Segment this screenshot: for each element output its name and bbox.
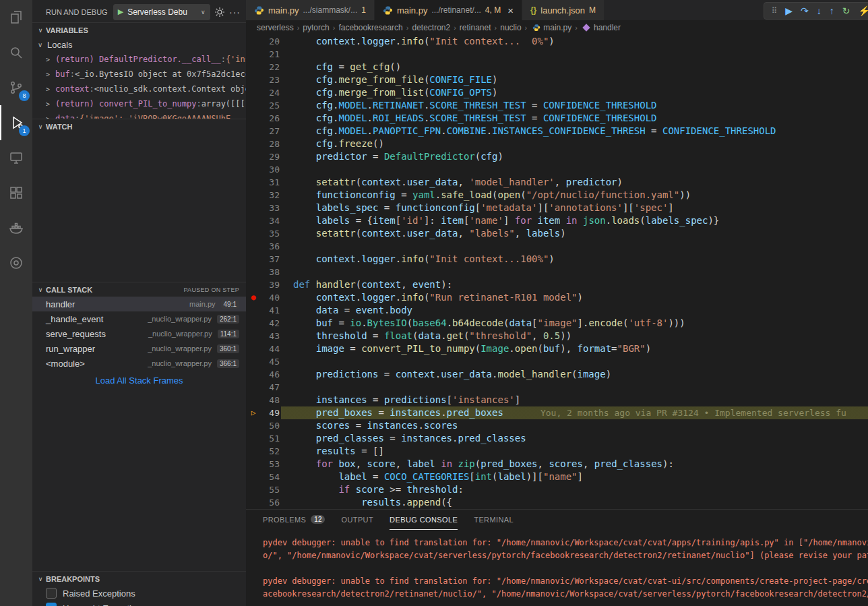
gutter-glyph-margin[interactable] [246, 125, 261, 138]
code-line[interactable]: 33 labels_spec = functionconfig['metadat… [246, 202, 868, 214]
gutter-glyph-margin[interactable] [246, 86, 261, 99]
debug-config-dropdown[interactable]: ▶ Serverless Debu ∨ [113, 4, 210, 20]
code-line[interactable]: ●40 context.logger.info("Run retinanet-R… [246, 291, 868, 304]
gutter-glyph-margin[interactable] [246, 496, 261, 509]
gutter-glyph-margin[interactable] [246, 61, 261, 73]
breakpoint-row[interactable]: Raised Exceptions [32, 586, 246, 601]
code-line[interactable]: 47 [246, 381, 868, 394]
docker-icon[interactable] [0, 210, 32, 245]
code-line[interactable]: 37 context.logger.info("Init context...1… [246, 253, 868, 266]
explorer-icon[interactable] [0, 0, 32, 35]
gutter-glyph-margin[interactable] [246, 483, 261, 496]
code-line[interactable]: 34 labels = {item['id']: item['name'] fo… [246, 214, 868, 227]
code-line[interactable]: 30 [246, 163, 868, 176]
code-line[interactable]: 56 results.append({ [246, 496, 868, 509]
gutter-glyph-margin[interactable] [246, 99, 261, 112]
gutter-glyph-margin[interactable] [246, 266, 261, 278]
breadcrumb-item[interactable]: retinanet [460, 23, 491, 32]
variable-row[interactable]: >(return) convert_PIL_to_numpy: array([[… [32, 96, 246, 111]
code-line[interactable]: 55 if score >= threshold: [246, 483, 868, 496]
code-line[interactable]: 24 cfg.merge_from_list(CONFIG_OPTS) [246, 86, 868, 99]
scope-locals[interactable]: ∨ Locals [32, 37, 246, 52]
gutter-glyph-margin[interactable] [246, 342, 261, 355]
gutter-glyph-margin[interactable] [246, 471, 261, 483]
gutter-glyph-margin[interactable] [246, 35, 261, 48]
code-line[interactable]: 36 [246, 240, 868, 253]
gutter-glyph-margin[interactable] [246, 419, 261, 432]
tab-terminal[interactable]: TERMINAL [474, 510, 514, 530]
gutter-glyph-margin[interactable] [246, 138, 261, 150]
debug-restart-button[interactable]: ↻ [842, 6, 850, 16]
tab-output[interactable]: OUTPUT [341, 510, 373, 530]
code-line[interactable]: 39def handler(context, event): [246, 278, 868, 291]
gutter-glyph-margin[interactable] [246, 240, 261, 253]
gutter-glyph-margin[interactable] [246, 317, 261, 330]
gutter-glyph-margin[interactable] [246, 330, 261, 342]
code-line[interactable]: 32 functionconfig = yaml.safe_load(open(… [246, 189, 868, 202]
gutter-glyph-margin[interactable] [246, 458, 261, 471]
code-line[interactable]: 50 scores = instances.scores [246, 419, 868, 432]
breadcrumb-item[interactable]: facebookresearch [338, 23, 402, 32]
debug-step-into-button[interactable]: ↓ [817, 6, 822, 16]
breakpoints-section-header[interactable]: ∨ BREAKPOINTS [32, 571, 246, 586]
stack-frame-row[interactable]: run_wrapper_nuclio_wrapper.py360:1 [32, 341, 246, 356]
code-line[interactable]: 25 cfg.MODEL.RETINANET.SCORE_THRESH_TEST… [246, 99, 868, 112]
code-line[interactable]: 44 image = convert_PIL_to_numpy(Image.op… [246, 342, 868, 355]
tab-main-py-retinanet[interactable]: main.py .../retinanet/... 4, M × [375, 0, 522, 20]
stack-frame-row[interactable]: serve_requests_nuclio_wrapper.py114:1 [32, 326, 246, 341]
code-line[interactable]: 45 [246, 355, 868, 368]
gutter-glyph-margin[interactable] [246, 394, 261, 406]
code-line[interactable]: 46 predictions = context.user_data.model… [246, 368, 868, 381]
code-line[interactable]: 51 pred_classes = instances.pred_classes [246, 432, 868, 445]
gutter-glyph-margin[interactable] [246, 48, 261, 61]
run-and-debug-icon[interactable]: 1 [0, 105, 32, 140]
extensions-icon[interactable] [0, 175, 32, 210]
gutter-glyph-margin[interactable] [246, 189, 261, 202]
gear-icon[interactable] [214, 5, 225, 19]
code-line[interactable]: 27 cfg.MODEL.PANOPTIC_FPN.COMBINE.INSTAN… [246, 125, 868, 138]
gutter-glyph-margin[interactable] [246, 163, 261, 176]
tab-debug-console[interactable]: DEBUG CONSOLE [390, 510, 458, 530]
breadcrumb-item[interactable]: pytorch [303, 23, 329, 32]
source-control-icon[interactable]: 8 [0, 70, 32, 105]
load-all-stack-frames-link[interactable]: Load All Stack Frames [32, 375, 246, 386]
close-icon[interactable]: × [507, 5, 514, 16]
breadcrumb-item[interactable]: serverless [257, 23, 294, 32]
variables-section-header[interactable]: ∨ VARIABLES [32, 22, 246, 37]
code-line[interactable]: 29 predictor = DefaultPredictor(cfg) [246, 150, 868, 163]
tab-main-py-siammask[interactable]: main.py .../siammask/... 1 [246, 0, 375, 20]
gutter-glyph-margin[interactable] [246, 368, 261, 381]
code-line[interactable]: 20 context.logger.info("Init context... … [246, 35, 868, 48]
debug-continue-button[interactable]: ▶ [785, 6, 793, 16]
code-line[interactable]: ▷49 pred_boxes = instances.pred_boxesYou… [246, 406, 868, 419]
more-actions-icon[interactable]: ··· [229, 5, 241, 19]
gutter-glyph-margin[interactable] [246, 304, 261, 317]
gutter-glyph-margin[interactable] [246, 445, 261, 458]
gutter-glyph-margin[interactable] [246, 112, 261, 125]
search-icon[interactable] [0, 35, 32, 70]
breakpoint-row[interactable]: ✓Uncaught Exceptions [32, 601, 246, 606]
code-line[interactable]: 43 threshold = float(data.get("threshold… [246, 330, 868, 342]
gutter-glyph-margin[interactable] [246, 150, 261, 163]
watch-section-header[interactable]: ∨ WATCH [32, 119, 246, 133]
code-line[interactable]: 52 results = [] [246, 445, 868, 458]
gutter-glyph-margin[interactable] [246, 214, 261, 227]
gutter-glyph-margin[interactable] [246, 73, 261, 86]
code-line[interactable]: 26 cfg.MODEL.ROI_HEADS.SCORE_THRESH_TEST… [246, 112, 868, 125]
gutter-glyph-margin[interactable] [246, 253, 261, 266]
code-line[interactable]: 54 label = COCO_CATEGORIES[int(label)]["… [246, 471, 868, 483]
tab-launch-json[interactable]: {} launch.json M [522, 0, 604, 20]
code-line[interactable]: 41 data = event.body [246, 304, 868, 317]
gutter-glyph-margin[interactable] [246, 432, 261, 445]
code-line[interactable]: 22 cfg = get_cfg() [246, 61, 868, 73]
remote-explorer-icon[interactable] [0, 140, 32, 175]
checkbox[interactable] [46, 588, 57, 599]
start-debug-icon[interactable]: ▶ [118, 7, 123, 16]
gutter-glyph-margin[interactable] [246, 176, 261, 189]
gutter-glyph-margin[interactable] [246, 381, 261, 394]
gutter-glyph-margin[interactable] [246, 278, 261, 291]
circle-extension-icon[interactable] [0, 245, 32, 280]
code-line[interactable]: 48 instances = predictions['instances'] [246, 394, 868, 406]
code-line[interactable]: 38 [246, 266, 868, 278]
drag-handle-icon[interactable]: ⠿ [771, 6, 777, 16]
